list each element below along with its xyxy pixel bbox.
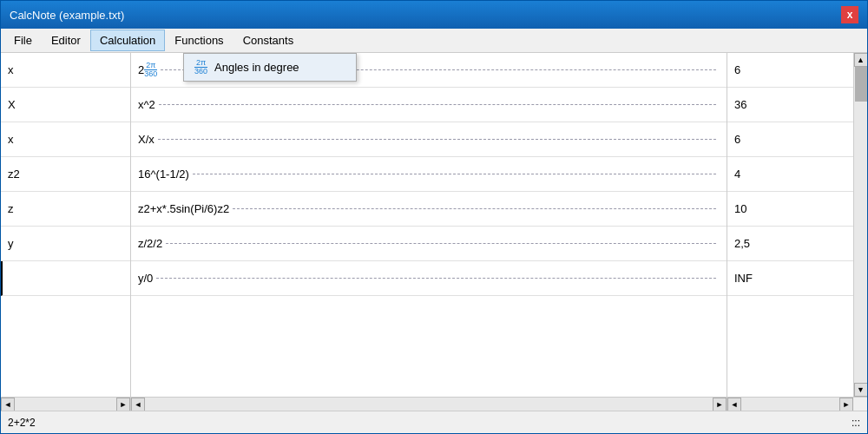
menu-editor[interactable]: Editor — [42, 30, 90, 51]
list-item: x — [1, 53, 130, 88]
vertical-scrollbar[interactable]: ▲ ▼ — [853, 53, 867, 397]
dropdown-menu: 2π 360 Angles in degree — [183, 53, 357, 82]
list-item — [1, 261, 130, 296]
window-title: CalcNote (example.txt) — [10, 9, 124, 22]
list-item: 6 — [727, 122, 853, 157]
main-area: x X x z2 z y 2 2π 360 x^2 — [1, 53, 867, 397]
right-panel: 6 36 6 4 10 2,5 INF — [727, 53, 853, 397]
close-button[interactable]: x — [841, 6, 858, 23]
menu-functions[interactable]: Functions — [165, 30, 233, 51]
status-dots: ::: — [852, 417, 860, 429]
list-item: 2,5 — [727, 227, 853, 261]
list-item: y — [1, 227, 130, 261]
menu-file[interactable]: File — [4, 30, 42, 51]
list-item: x^2 — [131, 88, 727, 122]
horizontal-scrollbars: ◄ ► ◄ ► ◄ ► — [1, 397, 867, 411]
h-scroll-center: ◄ ► — [131, 398, 727, 411]
scrollbar-corner — [853, 398, 867, 411]
h-scroll-center-left-arrow[interactable]: ◄ — [131, 398, 145, 411]
list-item: y/0 — [131, 261, 727, 296]
list-item: INF — [727, 261, 853, 296]
app-window: CalcNote (example.txt) x File Editor Cal… — [0, 0, 868, 434]
list-item: 6 — [727, 53, 853, 88]
dropdown-item-angles[interactable]: 2π 360 Angles in degree — [184, 54, 356, 81]
list-item: X/x — [131, 122, 727, 157]
left-panel: x X x z2 z y — [1, 53, 131, 397]
list-item: X — [1, 88, 130, 122]
scroll-down-arrow[interactable]: ▼ — [854, 383, 868, 397]
h-scroll-track-right[interactable] — [741, 398, 839, 411]
fraction-icon: 2π 360 — [144, 62, 157, 78]
center-panel: 2 2π 360 x^2 X/x 16^(1-1/2) — [131, 53, 727, 397]
h-scroll-left-arrow[interactable]: ◄ — [1, 398, 15, 411]
list-item: 36 — [727, 88, 853, 122]
h-scroll-track-center[interactable] — [145, 398, 713, 411]
list-item: z/2/2 — [131, 227, 727, 261]
list-item: z2 — [1, 157, 130, 192]
h-scroll-right-arrow-left[interactable]: ► — [116, 398, 130, 411]
scroll-thumb[interactable] — [855, 67, 867, 102]
menu-calculation[interactable]: Calculation — [90, 30, 165, 51]
scroll-up-arrow[interactable]: ▲ — [854, 53, 868, 67]
dropdown-item-label: Angles in degree — [214, 61, 299, 74]
status-text: 2+2*2 — [8, 417, 36, 429]
list-item: 10 — [727, 192, 853, 227]
h-scroll-center-right-arrow[interactable]: ► — [713, 398, 727, 411]
scroll-track[interactable] — [854, 67, 867, 383]
menu-constants[interactable]: Constants — [233, 30, 304, 51]
h-scroll-track-left[interactable] — [15, 398, 116, 411]
list-item: 16^(1-1/2) — [131, 157, 727, 192]
list-item: x — [1, 122, 130, 157]
menu-bar: File Editor Calculation Functions Consta… — [1, 29, 867, 53]
list-item: 4 — [727, 157, 853, 192]
status-bar: 2+2*2 ::: — [1, 411, 867, 433]
list-item: z2+x*.5sin(Pi/6)z2 — [131, 192, 727, 227]
h-scroll-right-left-arrow[interactable]: ◄ — [727, 398, 741, 411]
h-scroll-right: ◄ ► — [727, 398, 853, 411]
list-item: z — [1, 192, 130, 227]
title-bar: CalcNote (example.txt) x — [1, 1, 867, 29]
h-scroll-left: ◄ ► — [1, 398, 131, 411]
fraction-icon-dropdown: 2π 360 — [194, 59, 207, 76]
h-scroll-right-right-arrow[interactable]: ► — [839, 398, 853, 411]
